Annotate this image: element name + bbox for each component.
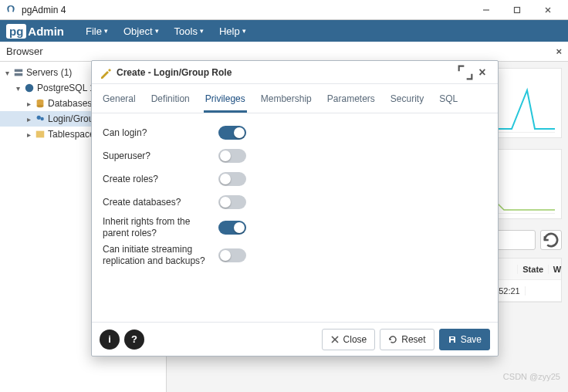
svg-rect-1 [515,7,520,12]
save-button[interactable]: Save [439,329,490,350]
pgadmin-logo: pgAdmin [6,24,64,39]
toggle-2[interactable] [218,172,246,186]
databases-icon [35,98,46,109]
help-button[interactable]: ? [124,329,144,350]
svg-point-9 [37,105,44,108]
browser-panel-header: Browser × [0,42,568,62]
expand-icon[interactable] [458,65,473,80]
tab-security[interactable]: Security [389,89,425,113]
privilege-row: Inherit rights from the parent roles? [103,214,487,242]
tab-parameters[interactable]: Parameters [326,89,377,113]
watermark: CSDN @zyy25 [503,372,560,381]
dialog-body: Can login?Superuser?Create roles?Create … [92,113,498,322]
privilege-row: Can login? [103,121,487,144]
privilege-label: Superuser? [103,150,218,162]
menu-object[interactable]: Object▾ [116,20,167,42]
info-button[interactable]: i [100,329,120,350]
pgadmin-icon [5,4,17,16]
toggle-5[interactable] [218,248,246,262]
create-role-dialog: Create - Login/Group Role × General Defi… [91,60,499,357]
refresh-button[interactable] [540,230,562,250]
tab-definition[interactable]: Definition [150,89,191,113]
elephant-icon [24,83,35,93]
menubar: pgAdmin File▾ Object▾ Tools▾ Help▾ [0,20,568,42]
close-dialog-button[interactable]: × [475,65,490,80]
menu-tools[interactable]: Tools▾ [167,20,211,42]
window-titlebar: pgAdmin 4 [0,0,568,20]
toggle-4[interactable] [218,221,246,235]
tablespaces-icon [35,129,46,140]
privilege-row: Create roles? [103,167,487,191]
dialog-tabs: General Definition Privileges Membership… [92,84,498,113]
toggle-1[interactable] [218,149,246,163]
privilege-row: Superuser? [103,144,487,167]
close-window-button[interactable] [532,0,563,20]
menu-file[interactable]: File▾ [78,20,116,42]
privilege-row: Create databases? [103,191,487,214]
svg-rect-12 [36,131,45,138]
maximize-button[interactable] [502,0,532,20]
tab-general[interactable]: General [101,89,137,113]
privilege-row: Can initiate streaming replication and b… [103,242,487,269]
servers-icon [13,67,24,78]
dialog-title: Create - Login/Group Role [117,67,456,78]
minimize-button[interactable] [471,0,502,20]
tab-membership[interactable]: Membership [259,89,313,113]
toggle-0[interactable] [218,126,246,140]
reset-button[interactable]: Reset [380,329,434,350]
svg-rect-4 [15,69,23,73]
svg-point-10 [37,116,41,120]
window-title: pgAdmin 4 [22,5,471,15]
privilege-label: Create databases? [103,197,218,208]
menu-help[interactable]: Help▾ [211,20,254,42]
privilege-label: Can login? [103,127,218,139]
toggle-3[interactable] [218,195,246,209]
wizard-icon [100,66,112,79]
svg-point-6 [25,84,34,93]
svg-point-11 [40,117,43,120]
close-button[interactable]: Close [322,329,376,350]
tab-sql[interactable]: SQL [438,89,459,113]
user-group-icon [35,113,46,124]
privilege-label: Can initiate streaming replication and b… [103,244,218,267]
privilege-label: Inherit rights from the parent roles? [103,216,218,239]
browser-close-icon[interactable]: × [556,46,562,57]
svg-rect-5 [15,73,23,76]
browser-title: Browser [6,46,43,57]
tab-privileges[interactable]: Privileges [204,89,247,113]
privilege-label: Create roles? [103,174,218,185]
